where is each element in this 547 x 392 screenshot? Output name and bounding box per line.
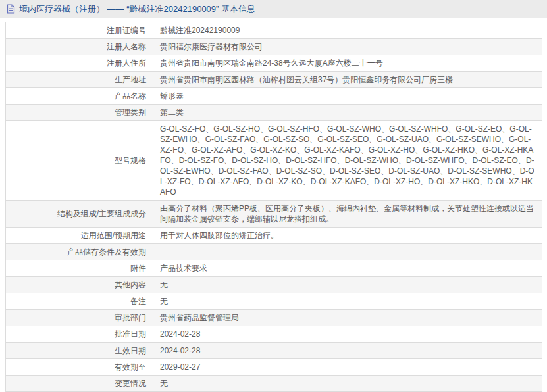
row-value: 第二类 [153, 105, 542, 121]
row-value: 贵阳福尔康医疗器材有限公司 [153, 39, 542, 55]
row-value [153, 244, 542, 260]
row-label: 附件 [6, 260, 153, 277]
row-label: 注册证编号 [6, 22, 153, 39]
row-value: 产品技术要求 [153, 260, 542, 277]
row-label: 批准日期 [6, 326, 153, 343]
row-value: 2024-02-28 [153, 326, 542, 343]
table-row: 附件 产品技术要求 [6, 260, 542, 277]
table-row: 产品储存条件及有效期 [6, 244, 542, 260]
row-value: 贵州省贵阳市南明区瑞金南路24-38号久远大厦A座六楼二十一号 [153, 55, 542, 72]
table-row: 备注 无 [6, 293, 542, 310]
table-row: 注册人名称 贵阳福尔康医疗器材有限公司 [6, 39, 542, 55]
table-row: 有效期至 2029-02-27 [6, 359, 542, 376]
row-value: 黔械注准20242190009 [153, 22, 542, 39]
row-value: 贵州省药品监督管理局 [153, 310, 542, 326]
row-value: 贵州省贵阳市南明区园林路（油榨村图云关组37号）贵阳恒鑫印务有限公司厂房三楼 [153, 72, 542, 88]
table-row: 生产地址 贵州省贵阳市南明区园林路（油榨村图云关组37号）贵阳恒鑫印务有限公司厂… [6, 72, 542, 88]
table-row: 注册证编号 黔械注准20242190009 [6, 22, 542, 39]
table-row: 批准日期 2024-02-28 [6, 326, 542, 343]
table-row: 管理类别 第二类 [6, 105, 542, 121]
device-info-table: 注册证编号 黔械注准20242190009 注册人名称 贵阳福尔康医疗器材有限公… [5, 22, 542, 392]
row-label: 审批部门 [6, 310, 153, 326]
row-value: 无 [153, 376, 542, 392]
row-value: 矫形器 [153, 88, 542, 105]
table-row-model-specs: 型号规格 G-OL-SZ-FO、G-OL-SZ-HO、G-OL-SZ-HFO、G… [6, 121, 542, 201]
row-label: 型号规格 [6, 121, 153, 201]
row-label: 有效期至 [6, 359, 153, 376]
row-value: 2029-02-27 [153, 359, 542, 376]
table-row: 审批部门 贵州省药品监督管理局 [6, 310, 542, 326]
row-label: 产品名称 [6, 88, 153, 105]
row-label: 结构及组成/主要组成成分 [6, 201, 153, 228]
page: 境内医疗器械（注册） —— “黔械注准20242190009” 基本信息 注册证… [0, 0, 547, 392]
row-value: 无 [153, 277, 542, 293]
table-row: 其他内容 无 [6, 277, 542, 293]
table-row: 结构及组成/主要组成成分 由高分子材料（聚丙烯PP板、医用高分子夹板）、海绵内衬… [6, 201, 542, 228]
page-title: 境内医疗器械（注册） —— “黔械注准20242190009” 基本信息 [19, 4, 255, 14]
row-label: 适用范围/预期用途 [6, 228, 153, 244]
row-label: 变更情况 [6, 376, 153, 392]
row-value: G-OL-SZ-FO、G-OL-SZ-HO、G-OL-SZ-HFO、G-OL-S… [153, 121, 542, 201]
row-value: 用于对人体四肢部位的矫正治疗。 [153, 228, 542, 244]
row-value: 由高分子材料（聚丙烯PP板、医用高分子夹板）、海绵内衬垫、金属等材料制成，关节处… [153, 201, 542, 228]
row-value: 无 [153, 293, 542, 310]
table-row: 变更情况 无 [6, 376, 542, 392]
row-label: 生效日期 [6, 343, 153, 359]
row-label: 管理类别 [6, 105, 153, 121]
row-label: 注册人名称 [6, 39, 153, 55]
table-row: 生效日期 2024-02-28 [6, 343, 542, 359]
table-row: 适用范围/预期用途 用于对人体四肢部位的矫正治疗。 [6, 228, 542, 244]
header-bar: 境内医疗器械（注册） —— “黔械注准20242190009” 基本信息 [0, 0, 547, 18]
row-label: 备注 [6, 293, 153, 310]
row-label: 生产地址 [6, 72, 153, 88]
row-label: 其他内容 [6, 277, 153, 293]
document-icon [7, 4, 15, 14]
table-row: 注册人住所 贵州省贵阳市南明区瑞金南路24-38号久远大厦A座六楼二十一号 [6, 55, 542, 72]
table-row: 产品名称 矫形器 [6, 88, 542, 105]
row-label: 注册人住所 [6, 55, 153, 72]
row-value: 2024-02-28 [153, 343, 542, 359]
row-label: 产品储存条件及有效期 [6, 244, 153, 260]
